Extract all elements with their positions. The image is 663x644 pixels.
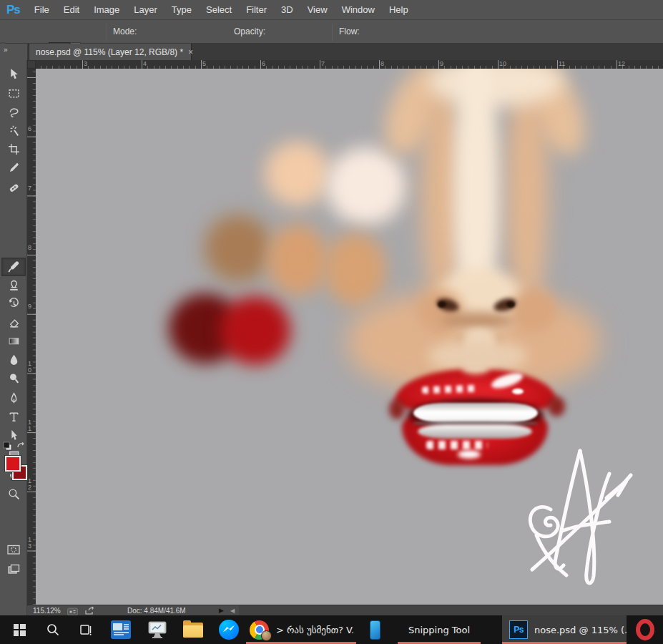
menu-filter[interactable]: Filter [239,0,274,20]
lasso-tool[interactable] [5,103,22,120]
spot-healing-brush-tool[interactable] [5,179,22,196]
ruler-number: 5 [202,60,206,67]
painting-lower-lip-glow [458,450,481,459]
painting-lip-highlight-small [512,389,524,394]
ruler-number: 10 [28,361,34,374]
eraser-tool[interactable] [5,313,22,331]
paint-blob-red [220,296,290,365]
options-separator [332,24,333,41]
menu-image[interactable]: Image [87,0,127,20]
history-brush-tool[interactable] [5,295,22,312]
paint-blob-brown [205,215,272,282]
quick-mask-mode-button[interactable] [5,541,22,558]
ruler-number: 12 [28,478,34,491]
document-canvas[interactable] [36,69,663,605]
start-button[interactable] [7,615,31,644]
rectangular-marquee-tool[interactable] [5,84,22,102]
default-colors-icon[interactable] [3,441,12,454]
painting-teeth-upper [413,403,538,423]
horizontal-ruler[interactable]: 3 4 5 6 7 8 9 10 11 12 [36,60,663,69]
pen-tool[interactable] [5,389,22,406]
ruler-number: 7 [321,60,325,67]
pinned-app-blue-button[interactable] [107,615,134,644]
mode-label: Mode: [113,26,137,36]
magic-wand-tool[interactable] [5,122,22,139]
pinned-app-monitor-button[interactable] [143,615,172,644]
ruler-number: 9 [440,60,443,67]
menu-layer[interactable]: Layer [127,0,164,20]
ruler-number: 4 [143,60,147,67]
gradient-tool[interactable] [5,332,22,349]
chrome-window-title: > რას უსმენთ? V... [276,625,353,635]
document-tab-bar: nose.psd @ 115% (Layer 12, RGB/8) * × [27,44,663,60]
painting-alar-right [511,289,556,332]
ruler-number: 11 [28,419,34,432]
dodge-tool[interactable] [5,369,22,386]
menu-type[interactable]: Type [164,0,199,20]
vertical-ruler[interactable]: 6 7 8 9 10 11 12 13 [27,69,36,605]
menu-view[interactable]: View [300,0,335,20]
ruler-number: 6 [28,126,34,132]
photoshop-logo: Ps [0,3,27,17]
document-tab-title: nose.psd @ 115% (Layer 12, RGB/8) * [29,47,183,57]
photoshop-taskbar-button[interactable]: Ps nose.psd @ 115% (... [502,615,627,644]
chrome-icon [250,620,269,640]
taskbar-search-button[interactable] [40,615,66,644]
snipping-tool-button[interactable]: Snipping Tool [398,615,481,644]
file-explorer-button[interactable] [179,615,207,644]
ruler-number: 13 [28,537,34,550]
horizontal-scrollbar-track[interactable] [239,605,663,616]
swap-colors-icon[interactable] [16,440,26,453]
zoom-tool[interactable] [5,485,22,502]
ruler-number: 8 [28,245,34,251]
status-popup-arrow-icon[interactable]: ▶ [219,607,224,614]
menu-window[interactable]: Window [335,0,382,20]
document-size-info[interactable]: Doc: 4.84M/41.6M [127,607,186,615]
document-tab[interactable]: nose.psd @ 115% (Layer 12, RGB/8) * × [29,44,192,60]
opera-button[interactable] [629,615,661,644]
ruler-number: 8 [380,60,384,67]
menu-3d[interactable]: 3D [274,0,300,20]
task-view-button[interactable] [73,615,99,644]
tools-panel-collapse-icon[interactable]: » [0,44,27,60]
screen-mode-button[interactable] [5,561,22,578]
type-tool[interactable] [5,408,22,425]
crop-tool[interactable] [5,140,22,157]
ruler-corner[interactable] [27,60,36,69]
menu-edit[interactable]: Edit [57,0,87,20]
blur-tool[interactable] [5,351,22,368]
ruler-number: 10 [499,60,506,67]
paint-blob-tan-1 [267,225,328,295]
search-icon [46,623,60,637]
clone-stamp-tool[interactable] [5,276,22,293]
status-bar: 115.12% Doc: 4.84M/41.6M ▶ ◀ [27,605,663,615]
ruler-number: 7 [28,185,34,192]
menu-file[interactable]: File [27,0,57,20]
tab-close-icon[interactable]: × [188,47,193,57]
task-view-icon [79,623,93,637]
ruler-number: 6 [262,60,265,67]
ruler-number: 3 [84,60,87,67]
foreground-color-swatch[interactable] [5,456,21,472]
opera-icon [636,619,654,640]
painting-under-nose-shadow [442,312,515,329]
painting-nostril-dot-left [438,301,446,308]
snipping-tool-title: Snipping Tool [408,625,470,635]
menu-select[interactable]: Select [199,0,239,20]
scroll-left-arrow-icon[interactable]: ◀ [230,608,235,614]
move-tool[interactable] [5,66,22,83]
paint-blob-cream [265,142,330,206]
your-phone-button[interactable] [362,615,388,644]
painting-nostril-dot-right [506,301,515,308]
flow-label: Flow: [339,26,360,36]
chrome-taskbar-button[interactable]: > რას უსმენთ? V... [246,615,356,644]
menu-help[interactable]: Help [382,0,416,20]
zoom-level-field[interactable]: 115.12% [33,607,61,615]
eyedropper-tool[interactable] [5,159,22,176]
options-separator [107,24,107,41]
photoshop-window-title: nose.psd @ 115% (... [534,625,627,635]
painting-cupid-bow-notch [462,362,489,374]
tools-panel [0,60,27,615]
messenger-button[interactable] [215,615,243,644]
brush-tool-selected[interactable] [1,258,26,276]
